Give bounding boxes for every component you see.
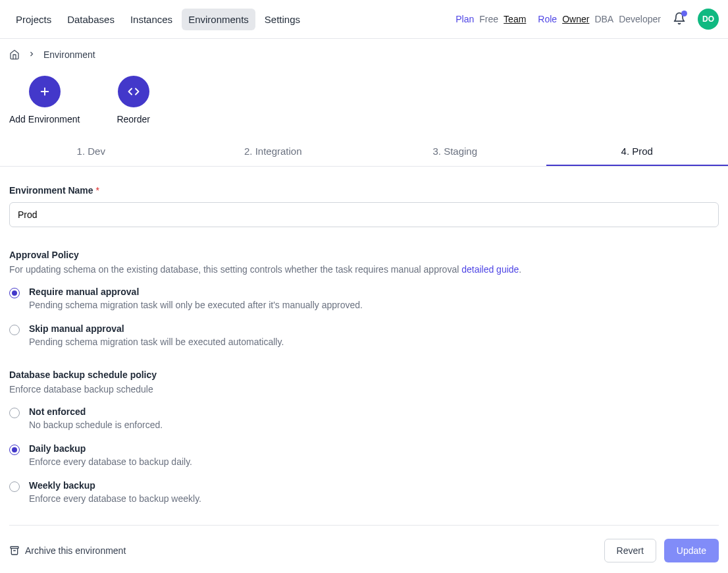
radio-desc: Pending schema migration task will only …	[29, 300, 363, 310]
radio-input	[9, 445, 20, 455]
reorder-icon-circle	[118, 76, 149, 107]
code-icon	[128, 86, 140, 97]
chevron-right-icon	[28, 49, 36, 60]
approval-policy-section: Approval Policy For updating schema on t…	[9, 250, 719, 347]
radio-input	[9, 481, 20, 492]
environment-tabs: 1. Dev 2. Integration 3. Staging 4. Prod	[0, 138, 728, 167]
archive-environment-button[interactable]: Archive this environment	[9, 545, 126, 556]
nav-settings[interactable]: Settings	[258, 9, 307, 30]
plan-free[interactable]: Free	[479, 14, 498, 24]
approval-option-require[interactable]: Require manual approval Pending schema m…	[9, 286, 719, 310]
nav-items: Projects Databases Instances Environment…	[9, 9, 307, 30]
approval-policy-desc: For updating schema on the existing data…	[9, 264, 719, 275]
radio-desc: Enforce every database to backup daily.	[29, 456, 192, 467]
role-developer[interactable]: Developer	[619, 14, 661, 24]
backup-option-daily[interactable]: Daily backup Enforce every database to b…	[9, 443, 719, 467]
nav-projects[interactable]: Projects	[9, 9, 58, 30]
role-owner[interactable]: Owner	[562, 14, 589, 24]
radio-desc: No backup schedule is enforced.	[29, 420, 163, 430]
plus-icon-circle	[29, 76, 61, 107]
radio-desc: Enforce every database to backup weekly.	[29, 493, 201, 504]
approval-option-skip[interactable]: Skip manual approval Pending schema migr…	[9, 323, 719, 347]
backup-option-not-enforced[interactable]: Not enforced No backup schedule is enfor…	[9, 406, 719, 430]
revert-button[interactable]: Revert	[604, 539, 656, 562]
content: Environment Name * Approval Policy For u…	[0, 167, 728, 573]
page-actions: Add Environment Reorder	[0, 60, 728, 138]
radio-desc: Pending schema migration task will be ex…	[29, 337, 284, 347]
plan-label: Plan	[455, 14, 474, 24]
breadcrumb: Environment	[0, 39, 728, 60]
top-nav: Projects Databases Instances Environment…	[0, 0, 728, 39]
reorder-label: Reorder	[117, 114, 150, 124]
role-dba[interactable]: DBA	[594, 14, 613, 24]
svg-rect-2	[11, 547, 18, 549]
add-environment-button[interactable]: Add Environment	[9, 76, 80, 124]
nav-environments[interactable]: Environments	[182, 9, 255, 30]
tab-staging[interactable]: 3. Staging	[364, 138, 546, 166]
radio-title: Daily backup	[29, 443, 192, 454]
nav-instances[interactable]: Instances	[124, 9, 179, 30]
radio-input	[9, 325, 20, 335]
plus-icon	[39, 86, 51, 97]
archive-label: Archive this environment	[25, 545, 126, 556]
environment-name-input[interactable]	[9, 202, 719, 227]
home-icon[interactable]	[9, 49, 20, 60]
tab-integration[interactable]: 2. Integration	[182, 138, 365, 166]
nav-right: Plan Free Team Role Owner DBA Developer …	[455, 9, 719, 30]
footer-bar: Archive this environment Revert Update	[9, 525, 719, 562]
nav-databases[interactable]: Databases	[61, 9, 121, 30]
role-label: Role	[538, 14, 557, 24]
tab-prod[interactable]: 4. Prod	[546, 138, 729, 166]
approval-policy-title: Approval Policy	[9, 250, 719, 260]
radio-input	[9, 288, 20, 298]
backup-option-weekly[interactable]: Weekly backup Enforce every database to …	[9, 480, 719, 504]
radio-title: Not enforced	[29, 406, 163, 417]
detailed-guide-link[interactable]: detailed guide	[461, 264, 519, 275]
add-environment-label: Add Environment	[9, 114, 80, 124]
radio-title: Require manual approval	[29, 286, 363, 297]
notification-dot	[681, 11, 687, 16]
update-button[interactable]: Update	[664, 539, 719, 562]
backup-policy-section: Database backup schedule policy Enforce …	[9, 369, 719, 504]
reorder-button[interactable]: Reorder	[117, 76, 150, 124]
avatar[interactable]: DO	[698, 9, 719, 30]
radio-title: Skip manual approval	[29, 323, 284, 334]
backup-policy-desc: Enforce database backup schedule	[9, 384, 719, 395]
radio-input	[9, 408, 20, 418]
environment-name-label: Environment Name *	[9, 185, 719, 196]
backup-policy-title: Database backup schedule policy	[9, 369, 719, 380]
approval-radio-group: Require manual approval Pending schema m…	[9, 286, 719, 347]
breadcrumb-current: Environment	[43, 49, 95, 60]
radio-title: Weekly backup	[29, 480, 201, 491]
archive-icon	[9, 545, 20, 556]
tab-dev[interactable]: 1. Dev	[0, 138, 182, 166]
plan-team[interactable]: Team	[504, 14, 526, 24]
backup-radio-group: Not enforced No backup schedule is enfor…	[9, 406, 719, 504]
notification-bell[interactable]	[673, 12, 686, 27]
